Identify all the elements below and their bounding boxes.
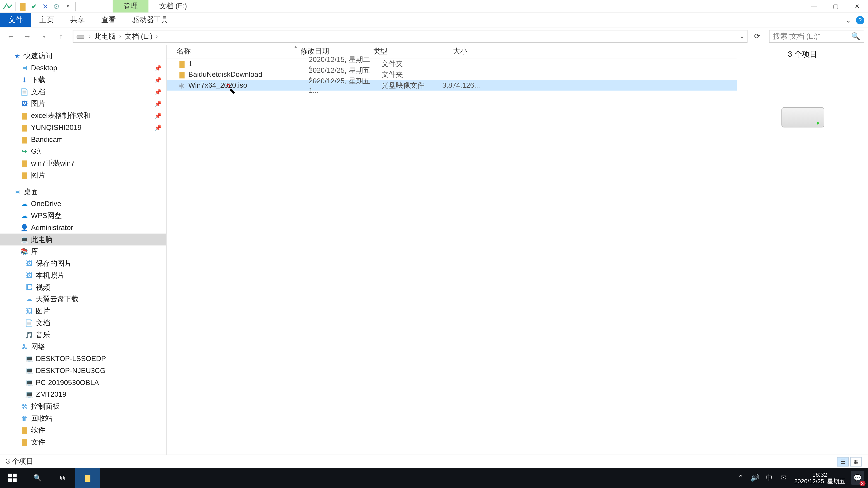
nav-wps[interactable]: ☁WPS网盘 <box>0 210 166 222</box>
refresh-button[interactable]: ⟳ <box>750 29 764 43</box>
file-row[interactable]: ◉ Win7x64_2020.iso 2020/12/25, 星期五 1... … <box>167 80 737 90</box>
ribbon-tab-share[interactable]: 共享 <box>62 13 93 27</box>
nav-pc-njeu3cg[interactable]: 💻DESKTOP-NJEU3CG <box>0 365 166 377</box>
document-icon: 📄 <box>20 88 29 96</box>
mail-icon[interactable]: ✉ <box>776 474 790 482</box>
breadcrumb[interactable]: › 此电脑 › 文档 (E:) › ⌄ <box>73 30 747 43</box>
search-input[interactable]: 搜索"文档 (E:)" 🔍 <box>769 30 864 43</box>
nav-g-drive[interactable]: ↪G:\ <box>0 145 166 157</box>
clock-date: 2020/12/25, 星期五 <box>794 478 845 484</box>
column-size[interactable]: 大小 <box>434 46 470 57</box>
search-button[interactable]: 🔍 <box>25 468 50 488</box>
iso-file-icon: ◉ <box>178 81 186 90</box>
nav-excel-folder[interactable]: ▇excel表格制作求和📌 <box>0 109 166 122</box>
back-button[interactable]: ← <box>4 29 18 43</box>
user-icon: 👤 <box>20 223 29 232</box>
close-button[interactable]: ✕ <box>846 0 868 12</box>
nav-documents[interactable]: 📄文档📌 <box>0 86 166 98</box>
address-dropdown-icon[interactable]: ⌄ <box>740 33 745 39</box>
maximize-button[interactable]: ▢ <box>825 0 846 12</box>
folder-icon: ▇ <box>20 123 29 132</box>
nav-documents2[interactable]: 📄文档 <box>0 317 166 329</box>
nav-libraries[interactable]: 📚库 <box>0 246 166 257</box>
tray-overflow-icon[interactable]: ⌃ <box>734 474 748 482</box>
clock[interactable]: 16:32 2020/12/25, 星期五 <box>791 471 849 484</box>
ribbon-tab-view[interactable]: 查看 <box>93 13 124 27</box>
nav-desktop[interactable]: 🖥Desktop📌 <box>0 62 166 74</box>
clock-time: 16:32 <box>794 471 845 478</box>
file-list[interactable]: 名称▲ 修改日期 类型 大小 ▇ 1 2020/12/15, 星期二 1... … <box>167 45 737 473</box>
crumb-drive-e[interactable]: 文档 (E:) <box>125 31 152 41</box>
close-x-icon[interactable]: ✕ <box>40 1 51 11</box>
nav-yunqishi[interactable]: ▇YUNQISHI2019📌 <box>0 122 166 133</box>
nav-onedrive[interactable]: ☁OneDrive <box>0 198 166 210</box>
nav-pc-2019[interactable]: 💻PC-20190530OBLA <box>0 377 166 389</box>
nav-zmt2019[interactable]: 💻ZMT2019 <box>0 388 166 400</box>
ribbon-tab-drive-tools[interactable]: 驱动器工具 <box>124 13 176 27</box>
folder-icon: ▇ <box>178 60 186 68</box>
action-center-icon[interactable]: 💬3 <box>851 470 864 485</box>
file-type: 文件夹 <box>381 59 442 69</box>
qat-dropdown-icon[interactable]: ▾ <box>63 1 73 11</box>
nav-documents3[interactable]: ▇文件 <box>0 436 166 448</box>
nav-music[interactable]: 🎵音乐 <box>0 329 166 341</box>
minimize-button[interactable]: — <box>804 0 825 12</box>
recent-dropdown-icon[interactable]: ▾ <box>37 29 51 43</box>
column-type[interactable]: 类型 <box>373 46 434 57</box>
file-row[interactable]: ▇ 1 2020/12/15, 星期二 1... 文件夹 <box>167 58 737 69</box>
chevron-right-icon[interactable]: › <box>155 33 159 39</box>
nav-recycle-bin[interactable]: 🗑回收站 <box>0 412 166 424</box>
nav-win7reinstall[interactable]: ▇win7重装win7 <box>0 157 166 169</box>
help-icon[interactable]: ? <box>856 16 864 24</box>
search-icon[interactable]: 🔍 <box>851 32 860 40</box>
file-area: 名称▲ 修改日期 类型 大小 ▇ 1 2020/12/15, 星期二 1... … <box>167 45 868 473</box>
nav-downloads[interactable]: ⬇下载📌 <box>0 74 166 86</box>
up-button[interactable]: ↑ <box>54 29 68 43</box>
folder-icon[interactable]: ▇ <box>17 1 28 11</box>
nav-pc-lssoedp[interactable]: 💻DESKTOP-LSSOEDP <box>0 353 166 365</box>
nav-videos[interactable]: 🎞视频 <box>0 281 166 293</box>
nav-control-panel[interactable]: 🛠控制面板 <box>0 400 166 412</box>
forward-button[interactable]: → <box>20 29 35 43</box>
details-view-icon[interactable]: ☰ <box>837 457 849 466</box>
nav-quick-access[interactable]: ★快速访问 <box>0 50 166 62</box>
explorer-taskbar-icon[interactable]: ▇ <box>75 468 100 488</box>
ribbon-tab-file[interactable]: 文件 <box>0 13 31 27</box>
pictures-icon: 🖼 <box>25 271 33 280</box>
start-button[interactable] <box>0 468 25 488</box>
ribbon-collapse-icon[interactable]: ⌄ <box>845 16 851 24</box>
nav-network[interactable]: 🖧网络 <box>0 341 166 353</box>
recycle-icon: 🗑 <box>20 414 29 422</box>
nav-desktop-root[interactable]: 🖥桌面 <box>0 186 166 198</box>
volume-icon[interactable]: 🔊 <box>748 474 762 482</box>
column-name[interactable]: 名称▲ <box>167 46 301 57</box>
check-icon[interactable]: ✔ <box>29 1 39 11</box>
ime-indicator[interactable]: 中 <box>762 473 776 483</box>
nav-camera-roll[interactable]: 🖼本机照片 <box>0 269 166 281</box>
qat-separator <box>75 2 76 11</box>
nav-bandicam[interactable]: ▇Bandicam <box>0 133 166 145</box>
nav-administrator[interactable]: 👤Administrator <box>0 222 166 234</box>
nav-saved-pictures[interactable]: 🖼保存的图片 <box>0 257 166 269</box>
search-placeholder: 搜索"文档 (E:)" <box>773 31 820 41</box>
music-icon: 🎵 <box>25 331 33 339</box>
task-view-button[interactable]: ⧉ <box>50 468 75 488</box>
chevron-right-icon[interactable]: › <box>88 33 92 39</box>
file-type: 光盘映像文件 <box>381 80 442 90</box>
folder-icon: ▇ <box>20 438 29 446</box>
nav-tianyi[interactable]: ☁天翼云盘下载 <box>0 293 166 305</box>
wps-icon: ☁ <box>20 212 29 220</box>
nav-pictures3[interactable]: 🖼图片 <box>0 305 166 317</box>
gear-icon[interactable]: ⚙ <box>51 1 62 11</box>
ribbon-tab-home[interactable]: 主页 <box>31 13 62 27</box>
nav-this-pc[interactable]: 💻此电脑 <box>0 234 166 246</box>
crumb-this-pc[interactable]: 此电脑 <box>94 31 116 41</box>
contextual-tab-manage[interactable]: 管理 <box>113 0 148 12</box>
icons-view-icon[interactable]: ▦ <box>850 457 862 466</box>
chevron-right-icon[interactable]: › <box>118 33 122 39</box>
nav-software[interactable]: ▇软件 <box>0 424 166 436</box>
file-row[interactable]: ▇ BaiduNetdiskDownload 2020/12/25, 星期五 1… <box>167 69 737 80</box>
nav-pictures[interactable]: 🖼图片📌 <box>0 98 166 109</box>
drive-icon: ↪ <box>20 147 29 156</box>
nav-pictures2[interactable]: ▇图片 <box>0 169 166 181</box>
